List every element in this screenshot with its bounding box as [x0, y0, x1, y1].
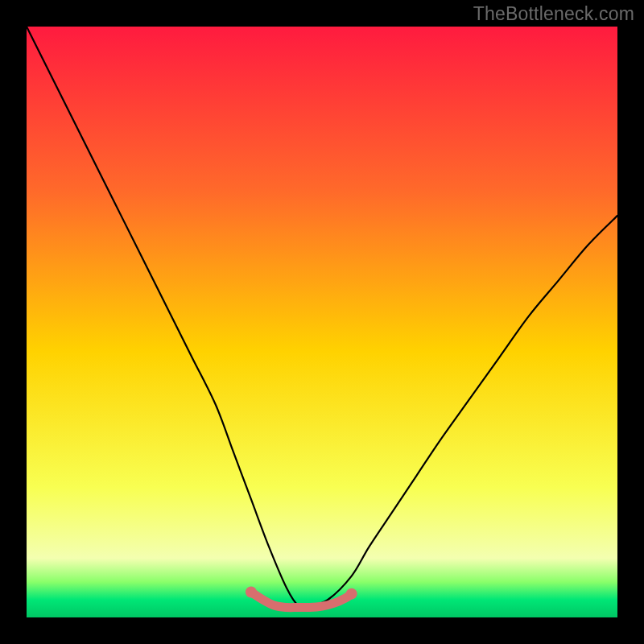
- highlight-end-dot: [346, 588, 357, 600]
- watermark-text: TheBottleneck.com: [473, 3, 634, 25]
- chart-frame: { "watermark": "TheBottleneck.com", "col…: [0, 0, 644, 644]
- plot-background: [27, 27, 617, 617]
- chart-canvas: [0, 0, 644, 644]
- highlight-start-dot: [246, 586, 257, 597]
